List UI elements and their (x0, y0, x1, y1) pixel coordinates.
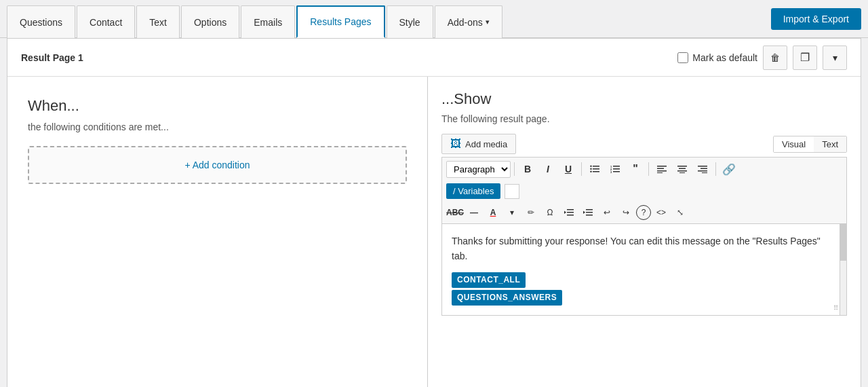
separator (514, 162, 515, 176)
format-toolbar-row1: Paragraph B I U 123 " (441, 157, 847, 181)
paragraph-select[interactable]: Paragraph (446, 161, 511, 178)
scrollbar-track[interactable] (840, 224, 846, 315)
dash-button[interactable]: — (465, 204, 483, 221)
delete-button[interactable]: 🗑 (763, 45, 787, 70)
align-left-button[interactable] (652, 160, 671, 178)
editor-toolbar-top: 🖼 Add media Visual Text (441, 134, 847, 154)
when-panel: When... the following conditions are met… (7, 77, 428, 387)
align-right-icon (698, 165, 707, 173)
svg-rect-28 (586, 209, 593, 210)
align-center-icon (677, 165, 687, 173)
tab-add-ons[interactable]: Add-ons ▾ (435, 5, 502, 38)
delete-icon: 🗑 (770, 52, 780, 63)
add-condition-button[interactable]: + Add condition (28, 146, 407, 184)
editor-text: Thanks for submitting your response! You… (452, 234, 837, 306)
show-subtext: The following result page. (441, 113, 847, 124)
separator (581, 162, 582, 176)
highlight-button[interactable]: ✏ (522, 204, 540, 221)
text-tab[interactable]: Text (814, 136, 846, 152)
svg-rect-0 (593, 166, 599, 167)
align-right-button[interactable] (693, 160, 712, 178)
indent-button[interactable] (579, 204, 597, 221)
svg-point-4 (590, 168, 591, 170)
mark-as-default-checkbox[interactable] (677, 52, 688, 63)
show-panel: ...Show The following result page. 🖼 Add… (428, 77, 861, 387)
svg-rect-18 (677, 170, 687, 172)
svg-rect-6 (613, 166, 620, 167)
omega-button[interactable]: Ω (541, 204, 559, 221)
redo-button[interactable]: ↪ (617, 204, 635, 221)
fullscreen-button[interactable]: ⤡ (671, 204, 689, 221)
add-media-icon: 🖼 (450, 138, 461, 150)
font-color-dropdown[interactable]: ▾ (503, 204, 521, 221)
svg-rect-14 (657, 170, 667, 172)
tab-style[interactable]: Style (387, 5, 433, 38)
resize-handle[interactable]: ⠿ (833, 303, 838, 314)
bold-button[interactable]: B (518, 160, 537, 178)
help-button[interactable]: ? (636, 205, 651, 220)
copy-icon: ❐ (800, 51, 810, 64)
svg-rect-23 (702, 172, 707, 173)
tab-questions[interactable]: Questions (7, 5, 75, 38)
ul-icon (590, 165, 599, 173)
tab-contact[interactable]: Contact (77, 5, 135, 38)
align-center-button[interactable] (673, 160, 692, 178)
outdent-icon (564, 208, 574, 217)
main-content: Result Page 1 Mark as default 🗑 ❐ ▾ When… (7, 38, 861, 387)
tab-text[interactable]: Text (136, 5, 180, 38)
scrollbar-thumb[interactable] (840, 224, 846, 261)
svg-rect-7 (613, 168, 620, 170)
mark-as-default-label[interactable]: Mark as default (677, 52, 757, 63)
color-swatch[interactable] (505, 184, 519, 199)
svg-rect-15 (657, 172, 663, 173)
svg-marker-31 (583, 211, 585, 215)
when-subtext: the following conditions are met... (28, 122, 407, 132)
blockquote-button[interactable]: " (626, 160, 645, 178)
contact-all-tag: CONTACT_ALL (452, 272, 526, 288)
svg-point-3 (590, 166, 591, 167)
italic-button[interactable]: I (538, 160, 557, 178)
expand-button[interactable]: ▾ (823, 45, 847, 70)
outdent-button[interactable] (560, 204, 578, 221)
unordered-list-button[interactable] (585, 160, 604, 178)
two-column-layout: When... the following conditions are met… (7, 77, 861, 387)
undo-button[interactable]: ↩ (598, 204, 616, 221)
align-left-icon (657, 165, 667, 173)
tab-results-pages[interactable]: Results Pages (296, 5, 384, 38)
add-ons-dropdown-icon: ▾ (486, 18, 490, 26)
tab-emails[interactable]: Emails (241, 5, 295, 38)
link-button[interactable]: 🔗 (719, 160, 738, 178)
tab-options[interactable]: Options (181, 5, 239, 38)
svg-rect-20 (698, 166, 707, 167)
chevron-down-icon: ▾ (833, 52, 837, 63)
copy-button[interactable]: ❐ (793, 45, 817, 70)
import-export-button[interactable]: Import & Export (771, 8, 861, 30)
when-heading: When... (28, 97, 407, 115)
editor-wrapper: Thanks for submitting your response! You… (441, 223, 847, 316)
svg-rect-30 (586, 215, 593, 216)
separator (648, 162, 649, 176)
visual-tab[interactable]: Visual (774, 136, 814, 152)
show-heading: ...Show (441, 90, 847, 108)
svg-rect-22 (698, 170, 707, 172)
editor-content[interactable]: Thanks for submitting your response! You… (441, 223, 847, 316)
ordered-list-button[interactable]: 123 (606, 160, 625, 178)
result-page-title: Result Page 1 (21, 52, 677, 63)
questions-answers-tag: QUESTIONS_ANSWERS (452, 290, 562, 306)
top-navigation: Questions Contact Text Options Emails Re… (0, 0, 868, 38)
add-media-button[interactable]: 🖼 Add media (441, 134, 516, 154)
variables-toolbar-row: / Variables (441, 181, 847, 202)
ol-icon: 123 (610, 165, 620, 173)
code-button[interactable]: <> (652, 204, 670, 221)
font-color-button[interactable]: A (484, 204, 502, 221)
svg-rect-12 (657, 166, 667, 167)
underline-button[interactable]: U (559, 160, 578, 178)
svg-rect-26 (567, 215, 574, 216)
svg-point-5 (590, 171, 591, 172)
tab-group: Questions Contact Text Options Emails Re… (7, 0, 502, 37)
variables-button[interactable]: / Variables (446, 183, 500, 199)
svg-rect-21 (701, 168, 707, 170)
strikethrough-button[interactable]: ABC (446, 204, 464, 221)
svg-rect-24 (567, 209, 574, 210)
format-toolbar-row2: ABC — A ▾ ✏ Ω ↩ ↪ ? <> ⤡ (441, 202, 847, 223)
